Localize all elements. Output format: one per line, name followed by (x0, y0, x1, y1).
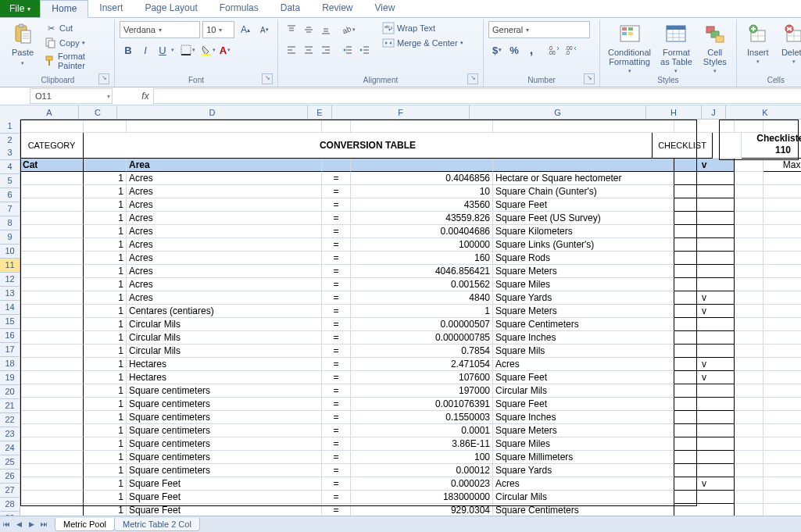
cell[interactable] (735, 265, 763, 278)
cell[interactable]: Square centimeters (127, 437, 322, 451)
cell[interactable] (763, 198, 801, 212)
cell[interactable] (763, 464, 801, 477)
select-all-corner[interactable] (0, 105, 21, 120)
italic-button[interactable]: I (137, 41, 154, 59)
cell[interactable]: 0.1550003 (351, 411, 493, 424)
cell[interactable]: 1 (84, 331, 127, 345)
bold-button[interactable]: B (120, 41, 137, 59)
cell[interactable] (735, 252, 763, 265)
tab-insert[interactable]: Insert (88, 0, 134, 17)
cell[interactable]: Acres (127, 185, 322, 198)
cell[interactable] (763, 345, 801, 358)
cell[interactable]: Square Feet (US Survey) (493, 212, 674, 225)
cell[interactable] (20, 398, 84, 411)
cell[interactable] (674, 384, 735, 398)
cell[interactable]: v (674, 371, 735, 384)
cell[interactable]: 0.001562 (351, 278, 493, 291)
cell[interactable] (674, 345, 735, 358)
cell[interactable] (20, 437, 84, 451)
cell[interactable] (84, 159, 127, 172)
cell[interactable]: 1 (84, 345, 127, 358)
cell[interactable]: Acres (127, 252, 322, 265)
decrease-indent-icon[interactable] (339, 41, 356, 59)
cell[interactable] (735, 198, 763, 212)
borders-button[interactable] (179, 41, 196, 59)
cell[interactable] (674, 252, 735, 265)
cell[interactable]: 0.4046856 (351, 172, 493, 185)
decrease-decimal-icon[interactable]: .00.0 (562, 41, 579, 59)
cell[interactable]: Acres (493, 358, 674, 371)
cell[interactable] (20, 185, 84, 198)
row-header[interactable]: 10 (0, 245, 20, 259)
spreadsheet-grid[interactable]: ACDEFGHJK 123456789101112131415161718192… (0, 105, 801, 519)
cell[interactable]: 0.00404686 (351, 225, 493, 238)
cell[interactable] (20, 331, 84, 345)
cell[interactable]: 183000000 (351, 491, 493, 504)
cell[interactable]: Square Feet (493, 198, 674, 212)
cell[interactable] (735, 411, 763, 424)
cell[interactable]: = (322, 331, 351, 345)
cell[interactable]: 10 (351, 185, 493, 198)
col-header-F[interactable]: F (332, 105, 470, 120)
cell[interactable] (735, 398, 763, 411)
cell[interactable]: 100000 (351, 238, 493, 252)
cell[interactable]: = (322, 491, 351, 504)
cell[interactable] (763, 278, 801, 291)
cell[interactable]: Max = 106 (763, 159, 801, 172)
cell[interactable]: Square Feet (127, 477, 322, 491)
cell[interactable]: Acres (127, 172, 322, 185)
cell[interactable]: Acres (127, 238, 322, 252)
cell[interactable] (763, 424, 801, 437)
formula-input[interactable] (153, 88, 801, 104)
cell[interactable] (674, 265, 735, 278)
cell[interactable] (735, 384, 763, 398)
font-name-select[interactable]: Verdana▾ (120, 21, 200, 38)
sheet-nav-first-icon[interactable]: ⏮ (0, 518, 13, 530)
cell[interactable]: 1 (84, 464, 127, 477)
col-header-J[interactable]: J (702, 105, 726, 120)
cell[interactable] (735, 172, 763, 185)
number-launcher[interactable]: ↘ (584, 73, 595, 84)
cell[interactable]: CATEGORY (20, 133, 84, 159)
cell[interactable]: = (322, 451, 351, 464)
cell[interactable] (674, 437, 735, 451)
name-box[interactable]: O11▾ (30, 88, 113, 104)
cell[interactable]: Square Miles (493, 437, 674, 451)
cell[interactable] (20, 345, 84, 358)
cell[interactable]: = (322, 252, 351, 265)
col-header-C[interactable]: C (79, 105, 117, 120)
cell[interactable]: Circular Mils (493, 491, 674, 504)
cell[interactable] (20, 477, 84, 491)
row-header[interactable]: 5 (0, 174, 20, 188)
row-header[interactable]: 13 (0, 287, 20, 301)
tab-page-layout[interactable]: Page Layout (134, 0, 208, 17)
cell[interactable] (674, 120, 735, 133)
cell[interactable]: Square Centimeters (493, 318, 674, 331)
cell[interactable] (20, 424, 84, 437)
cell[interactable]: = (322, 185, 351, 198)
cell[interactable] (493, 159, 674, 172)
cell[interactable] (735, 345, 763, 358)
cell[interactable]: = (322, 198, 351, 212)
cell[interactable]: Hectares (127, 358, 322, 371)
sheet-tab-active[interactable]: Metric Pool (55, 518, 115, 531)
cell[interactable]: Square Yards (493, 464, 674, 477)
cell[interactable] (763, 252, 801, 265)
cell[interactable]: Acres (127, 265, 322, 278)
cell[interactable]: Centares (centiares) (127, 305, 322, 318)
cell[interactable]: Square Mils (493, 345, 674, 358)
cell[interactable]: 1 (84, 358, 127, 371)
cell[interactable]: 107600 (351, 371, 493, 384)
cell[interactable] (674, 411, 735, 424)
cell[interactable] (735, 424, 763, 437)
cell[interactable]: 1 (84, 371, 127, 384)
cut-button[interactable]: ✂Cut (42, 21, 109, 35)
cell[interactable]: Hectare or Square hectometer (493, 172, 674, 185)
cell[interactable]: 43560 (351, 198, 493, 212)
cell[interactable]: Square Feet (493, 371, 674, 384)
cell[interactable]: 4840 (351, 291, 493, 305)
cell[interactable] (674, 238, 735, 252)
tab-file[interactable]: File▾ (0, 0, 40, 17)
col-header-E[interactable]: E (308, 105, 332, 120)
row-header[interactable]: 23 (0, 134, 20, 160)
